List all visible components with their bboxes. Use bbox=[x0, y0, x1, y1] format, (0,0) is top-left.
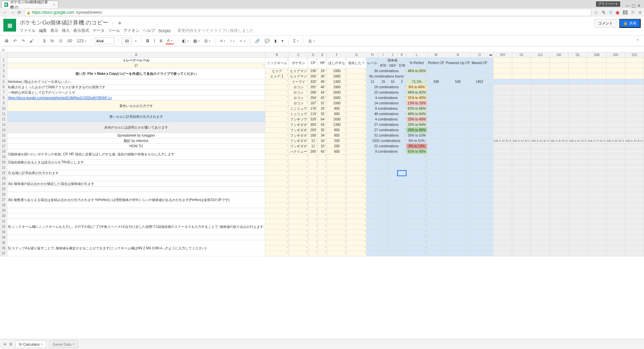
paintformat-icon[interactable]: 🖌 bbox=[28, 38, 35, 44]
private-badge: プライベート bbox=[596, 1, 620, 7]
browser-tab[interactable]: ▦ ポケモンGo個体値計算機 の × bbox=[1, 1, 58, 8]
valign-icon[interactable]: ↕ bbox=[228, 38, 236, 44]
evernote-icon[interactable]: ✎ bbox=[602, 10, 606, 15]
save-status: 変更内容をすべてドライブに保存しました bbox=[177, 28, 254, 34]
print-icon[interactable]: 🖶 bbox=[3, 38, 10, 44]
chart-icon[interactable]: ▮ bbox=[273, 38, 278, 44]
close-window-icon[interactable]: ✕ bbox=[637, 3, 641, 8]
collapse-toolbar-icon[interactable]: ⌃ bbox=[635, 38, 641, 44]
forward-icon[interactable]: → bbox=[10, 10, 15, 15]
menu-help[interactable]: ヘルプ bbox=[143, 28, 155, 34]
tab-title: ポケモンGo個体値計算機 の bbox=[10, 0, 51, 10]
toolbar: 🖶 ↶ ↷ 🖌 $ % .0 .00 123 ▾ B I S A ◧ ▦ ⊟ ≡… bbox=[0, 36, 644, 46]
menu-edit[interactable]: 編集 bbox=[39, 28, 47, 34]
folder-icon[interactable]: ■ bbox=[118, 20, 121, 26]
text-color-button[interactable]: A bbox=[166, 38, 174, 44]
menu-addons[interactable]: アドオン bbox=[123, 28, 140, 34]
document-title[interactable]: ポケモンGo個体値計算機 のコピー bbox=[19, 19, 108, 27]
minimize-icon[interactable]: — bbox=[626, 3, 630, 8]
comment-icon[interactable]: 💬 bbox=[263, 38, 271, 44]
maximize-icon[interactable]: ▢ bbox=[632, 3, 635, 8]
favicon-icon: ▦ bbox=[4, 3, 8, 7]
menu-insert[interactable]: 挿入 bbox=[62, 28, 70, 34]
menu-tools[interactable]: ツール bbox=[108, 28, 120, 34]
star-doc-icon[interactable]: ☆ bbox=[111, 20, 115, 26]
ext-s-icon[interactable]: S bbox=[623, 10, 627, 14]
dec-decrease-button[interactable]: .0 bbox=[57, 38, 63, 44]
percent-button[interactable]: % bbox=[49, 38, 55, 44]
ext-circle-icon[interactable]: ◉ bbox=[615, 10, 620, 15]
ime-icon[interactable]: あ bbox=[307, 38, 316, 45]
chrome-menu-icon[interactable]: ≡ bbox=[639, 10, 641, 15]
spreadsheet-grid[interactable]: ABCDEFGHIJKLMNO◀▶GHGIGJGKGLGMGNGO 1 トレーナ… bbox=[0, 52, 644, 54]
close-tab-icon[interactable]: × bbox=[53, 3, 55, 7]
menu-format[interactable]: 表示形式 bbox=[73, 28, 89, 34]
dec-increase-button[interactable]: .00 bbox=[65, 38, 73, 44]
fill-color-icon[interactable]: ◧ bbox=[181, 38, 190, 44]
star-icon[interactable]: ☆ bbox=[594, 10, 598, 15]
ext-flag-icon[interactable]: ⚐ bbox=[631, 10, 635, 15]
back-icon[interactable]: ← bbox=[3, 10, 7, 15]
functions-icon[interactable]: Σ bbox=[292, 38, 300, 44]
reload-icon[interactable]: ⟳ bbox=[17, 10, 21, 15]
halign-icon[interactable]: ≡ bbox=[219, 38, 226, 44]
menu-bar: ファイル 編集 表示 挿入 表示形式 データ ツール アドオン ヘルプ Scri… bbox=[19, 28, 591, 34]
borders-icon[interactable]: ▦ bbox=[192, 38, 201, 44]
merge-icon[interactable]: ⊟ bbox=[203, 38, 212, 44]
menu-view[interactable]: 表示 bbox=[50, 28, 58, 34]
menu-file[interactable]: ファイル bbox=[19, 28, 36, 34]
menu-data[interactable]: データ bbox=[93, 28, 105, 34]
filter-icon[interactable]: ▾ bbox=[280, 38, 285, 44]
ext-v-icon[interactable]: V bbox=[609, 10, 612, 15]
undo-icon[interactable]: ↶ bbox=[12, 38, 18, 44]
font-select[interactable] bbox=[95, 38, 115, 44]
font-size-input[interactable] bbox=[122, 38, 132, 44]
fx-label: fx bbox=[2, 48, 10, 52]
sheets-logo-icon[interactable]: ▦ bbox=[3, 19, 16, 32]
font-size-dd-icon[interactable]: ▾ bbox=[134, 39, 138, 43]
strike-button[interactable]: S bbox=[158, 38, 164, 44]
select-all-corner[interactable] bbox=[0, 52, 7, 54]
url-path: /spreadsheets/ bbox=[76, 10, 102, 15]
wrap-icon[interactable]: ⤶ bbox=[238, 38, 247, 44]
address-bar[interactable]: 🔒 https://docs.google.com/spreadsheets/ bbox=[24, 9, 591, 16]
menu-scripts[interactable]: Scripts bbox=[158, 29, 171, 33]
bold-button[interactable]: B bbox=[145, 38, 151, 44]
url-host: https://docs.google.com bbox=[32, 10, 74, 15]
lock-icon: 🔒 bbox=[26, 11, 31, 14]
lock-share-icon: 🔒 bbox=[623, 21, 628, 26]
comment-button[interactable]: コメント bbox=[594, 19, 616, 28]
share-button[interactable]: 🔒共有 bbox=[619, 19, 641, 28]
currency-button[interactable]: $ bbox=[42, 38, 47, 44]
italic-button[interactable]: I bbox=[153, 38, 156, 44]
number-format-button[interactable]: 123 bbox=[75, 38, 88, 44]
col-header[interactable]: A bbox=[7, 52, 265, 54]
link-icon[interactable]: 🔗 bbox=[254, 38, 261, 44]
redo-icon[interactable]: ↷ bbox=[20, 38, 26, 44]
